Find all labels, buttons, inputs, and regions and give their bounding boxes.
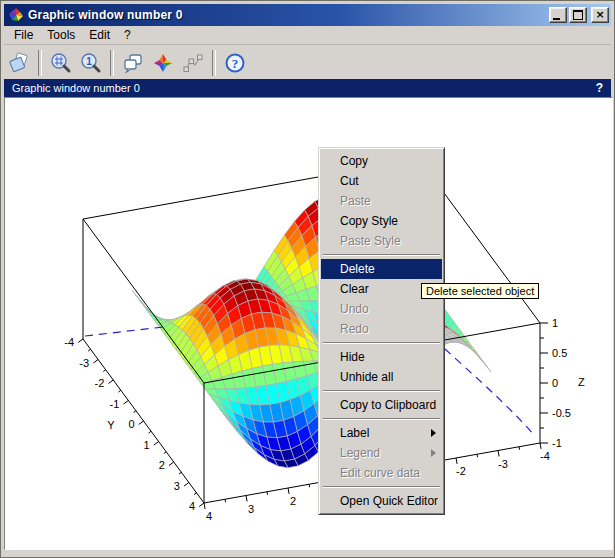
- datatip-manager-button: [179, 49, 207, 77]
- menu-bar: FileToolsEdit?: [4, 26, 611, 44]
- close-button[interactable]: ×: [591, 7, 609, 23]
- zoom-area-icon: [50, 52, 72, 74]
- context-menu-item-label: Paste Style: [340, 234, 401, 248]
- context-menu-item-paste: Paste: [321, 191, 442, 211]
- context-menu-item-label: Delete: [340, 262, 375, 276]
- context-menu-item-copy-style[interactable]: Copy Style: [321, 211, 442, 231]
- minimize-icon: [553, 18, 560, 20]
- context-menu-separator: [323, 418, 440, 420]
- svg-text:4: 4: [206, 510, 212, 522]
- toolbar: 1?: [4, 44, 611, 80]
- context-menu-item-label[interactable]: Label: [321, 423, 442, 443]
- svg-text:?: ?: [232, 55, 239, 70]
- context-menu-separator: [323, 486, 440, 488]
- zoom-original-button[interactable]: 1: [77, 49, 105, 77]
- zoom-area-button[interactable]: [47, 49, 75, 77]
- maximize-button[interactable]: [569, 7, 587, 23]
- menubar-item-edit[interactable]: Edit: [82, 27, 117, 43]
- context-menu-item-label: Unhide all: [340, 370, 393, 384]
- context-menu-item-legend: Legend: [321, 443, 442, 463]
- context-menu-separator: [323, 390, 440, 392]
- context-menu: CopyCutPasteCopy StylePaste StyleDeleteC…: [318, 147, 445, 515]
- help-icon: ?: [224, 52, 246, 74]
- context-menu-item-redo: Redo: [321, 319, 442, 339]
- close-icon: ×: [595, 10, 604, 20]
- submenu-arrow-icon: [431, 429, 436, 437]
- svg-text:1: 1: [86, 55, 92, 66]
- menubar-item-file[interactable]: File: [7, 27, 40, 43]
- context-menu-item-hide[interactable]: Hide: [321, 347, 442, 367]
- plot-canvas[interactable]: -4-3-2-101234Y43210-1-2-3-4X10.50-0.5-1Z: [4, 97, 613, 550]
- context-menu-item-paste-style: Paste Style: [321, 231, 442, 251]
- svg-text:Y: Y: [107, 419, 115, 431]
- minimize-button[interactable]: [549, 7, 567, 23]
- surface-plot[interactable]: -4-3-2-101234Y43210-1-2-3-4X10.50-0.5-1Z: [5, 98, 612, 549]
- zoom-original-icon: 1: [80, 52, 102, 74]
- context-menu-item-copy-to-clipboard[interactable]: Copy to Clipboard: [321, 395, 442, 415]
- window-controls: ×: [547, 7, 609, 23]
- context-menu-item-label: Copy to Clipboard: [340, 398, 436, 412]
- info-bar-text: Graphic window number 0: [12, 82, 596, 94]
- context-menu-item-label: Hide: [340, 350, 365, 364]
- svg-text:-1: -1: [552, 437, 562, 449]
- info-bar-help-icon[interactable]: ?: [596, 81, 603, 95]
- svg-text:-1: -1: [110, 398, 120, 410]
- svg-text:-2: -2: [94, 377, 104, 389]
- rotate-3d-button[interactable]: [149, 49, 177, 77]
- export-graphics-button[interactable]: [5, 49, 33, 77]
- svg-text:3: 3: [248, 503, 254, 515]
- submenu-arrow-icon: [431, 449, 436, 457]
- context-menu-item-edit-curve-data: Edit curve data: [321, 463, 442, 483]
- context-menu-item-label: Label: [340, 426, 369, 440]
- figure-windows-icon: [122, 52, 144, 74]
- export-graphics-icon: [8, 52, 30, 74]
- svg-text:4: 4: [189, 500, 195, 512]
- svg-text:-3: -3: [79, 357, 89, 369]
- tooltip-text: Delete selected object: [426, 285, 534, 297]
- tooltip: Delete selected object: [421, 283, 539, 299]
- menubar-item-[interactable]: ?: [117, 27, 138, 43]
- context-menu-item-label: Undo: [340, 302, 369, 316]
- context-menu-item-label: Paste: [340, 194, 371, 208]
- figure-windows-button[interactable]: [119, 49, 147, 77]
- context-menu-item-delete[interactable]: Delete: [321, 259, 442, 279]
- svg-text:3: 3: [174, 480, 180, 492]
- context-menu-item-label: Copy: [340, 154, 368, 168]
- context-menu-item-open-quick-editor[interactable]: Open Quick Editor: [321, 491, 442, 511]
- scilab-app-icon: [8, 7, 24, 23]
- context-menu-item-label: Copy Style: [340, 214, 398, 228]
- context-menu-item-label: Legend: [340, 446, 380, 460]
- menubar-item-tools[interactable]: Tools: [40, 27, 82, 43]
- context-menu-item-label: Open Quick Editor: [340, 494, 438, 508]
- context-menu-item-unhide-all[interactable]: Unhide all: [321, 367, 442, 387]
- info-bar: Graphic window number 0 ?: [4, 79, 611, 97]
- datatip-manager-icon: [182, 52, 204, 74]
- rotate-3d-icon: [152, 52, 174, 74]
- svg-text:-4: -4: [540, 450, 550, 462]
- svg-text:Z: Z: [578, 376, 585, 388]
- graphic-window: Graphic window number 0 × FileToolsEdit?…: [0, 0, 615, 558]
- maximize-icon: [573, 10, 583, 20]
- context-menu-item-label: Redo: [340, 322, 369, 336]
- svg-text:-4: -4: [64, 336, 74, 348]
- svg-text:0.5: 0.5: [552, 347, 567, 359]
- context-menu-item-copy[interactable]: Copy: [321, 151, 442, 171]
- svg-text:0: 0: [552, 377, 558, 389]
- context-menu-item-label: Cut: [340, 174, 359, 188]
- svg-text:-0.5: -0.5: [552, 407, 571, 419]
- context-menu-item-label: Edit curve data: [340, 466, 420, 480]
- toolbar-separator: [212, 50, 216, 76]
- svg-text:2: 2: [159, 459, 165, 471]
- svg-text:2: 2: [290, 495, 296, 507]
- context-menu-item-cut[interactable]: Cut: [321, 171, 442, 191]
- context-menu-separator: [323, 254, 440, 256]
- context-menu-item-undo: Undo: [321, 299, 442, 319]
- toolbar-separator: [38, 50, 42, 76]
- title-bar[interactable]: Graphic window number 0 ×: [4, 4, 611, 26]
- svg-text:-3: -3: [498, 458, 508, 470]
- svg-text:1: 1: [144, 439, 150, 451]
- svg-text:0: 0: [128, 418, 134, 430]
- window-title: Graphic window number 0: [28, 8, 547, 22]
- context-menu-separator: [323, 342, 440, 344]
- help-button[interactable]: ?: [221, 49, 249, 77]
